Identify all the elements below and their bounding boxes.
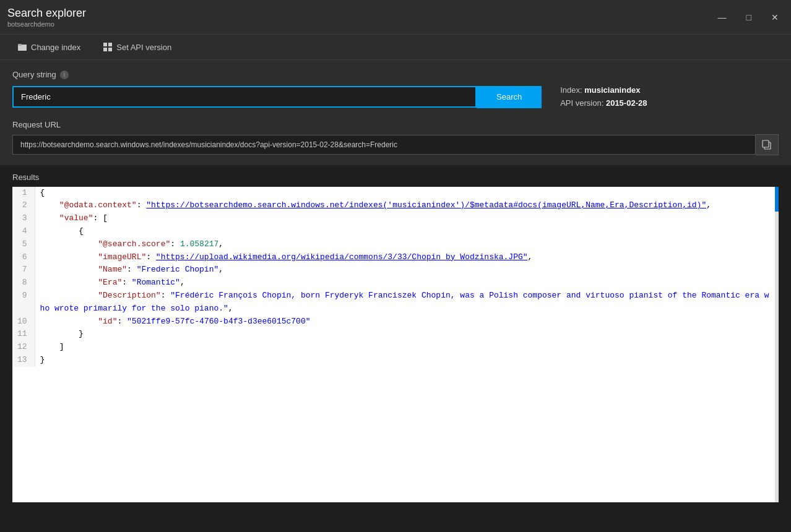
set-api-version-button[interactable]: Set API version [98,40,176,54]
line-number: 6 [12,251,35,264]
table-row: 10 "id": "5021ffe9-57fc-4760-b4f3-d3ee60… [12,315,779,328]
line-number: 8 [12,277,35,290]
api-version-line: API version: 2015-02-28 [560,97,647,110]
line-content: "id": "5021ffe9-57fc-4760-b4f3-d3ee6015c… [35,315,779,328]
json-url-link[interactable]: "https://upload.wikimedia.org/wikipedia/… [156,252,528,262]
line-number: 11 [12,328,35,341]
request-url-section: Request URL https://botsearchdemo.search… [12,120,779,155]
info-icon: i [60,71,69,79]
api-version-label: API version: [560,98,603,108]
line-content: "@search.score": 1.058217, [35,238,779,251]
index-value: musicianindex [584,85,640,95]
line-number: 10 [12,315,35,328]
line-content: ] [35,341,779,354]
svg-rect-1 [18,44,22,46]
url-row: https://botsearchdemo.search.windows.net… [12,134,779,155]
title-left: Search explorer botsearchdemo [7,7,86,28]
request-url-label: Request URL [12,120,61,129]
line-content: { [35,187,779,200]
scroll-thumb[interactable] [775,187,779,212]
line-number: 1 [12,187,35,200]
table-row: 11 } [12,328,779,341]
line-content: "Era": "Romantic", [35,277,779,290]
url-display: https://botsearchdemo.search.windows.net… [12,135,756,155]
line-content: "imageURL": "https://upload.wikimedia.or… [35,251,779,264]
query-string-label-row: Query string i [12,70,779,79]
table-row: 2 "@odata.context": "https://botsearchde… [12,199,779,212]
index-line: Index: musicianindex [560,84,647,97]
grid-icon [103,42,113,52]
app-title: Search explorer [7,7,86,20]
line-number: 4 [12,225,35,238]
svg-rect-2 [103,43,107,46]
svg-rect-4 [103,48,107,51]
results-section: Results 1{2 "@odata.context": "https://b… [0,165,791,502]
code-table: 1{2 "@odata.context": "https://botsearch… [12,187,779,367]
set-api-version-label: Set API version [116,43,171,52]
search-button[interactable]: Search [477,86,542,108]
query-string-label: Query string [12,70,56,79]
query-input[interactable] [12,86,477,108]
line-content: } [35,328,779,341]
table-row: 13} [12,354,779,367]
table-row: 12 ] [12,341,779,354]
index-label: Index: [560,85,582,95]
query-row: Search Index: musicianindex API version:… [12,84,779,110]
svg-rect-7 [763,140,769,147]
query-input-wrapper [12,86,477,108]
line-content: } [35,354,779,367]
code-viewer-wrapper: 1{2 "@odata.context": "https://botsearch… [12,187,779,502]
line-number: 13 [12,354,35,367]
title-bar: Search explorer botsearchdemo — □ ✕ [0,0,791,35]
table-row: 7 "Name": "Frederic Chopin", [12,264,779,277]
svg-rect-5 [108,48,112,51]
maximize-button[interactable]: □ [741,11,756,24]
api-version-value: 2015-02-28 [606,98,647,108]
line-content: { [35,225,779,238]
table-row: 5 "@search.score": 1.058217, [12,238,779,251]
line-number: 9 [12,290,35,315]
table-row: 1{ [12,187,779,200]
table-row: 4 { [12,225,779,238]
table-row: 8 "Era": "Romantic", [12,277,779,290]
line-content: "value": [ [35,212,779,225]
main-content: Query string i Search Index: musicianind… [0,60,791,165]
request-url-label-row: Request URL [12,120,779,129]
app-subtitle: botsearchdemo [7,20,86,28]
scrollbar[interactable] [775,187,779,502]
line-number: 2 [12,199,35,212]
table-row: 3 "value": [ [12,212,779,225]
toolbar: Change index Set API version [0,35,791,60]
line-content: "@odata.context": "https://botsearchdemo… [35,199,779,212]
table-row: 9 "Description": "Frédéric François Chop… [12,290,779,315]
svg-rect-3 [108,43,112,46]
line-number: 7 [12,264,35,277]
line-number: 5 [12,238,35,251]
line-content: "Name": "Frederic Chopin", [35,264,779,277]
index-info: Index: musicianindex API version: 2015-0… [560,84,647,110]
json-url-link[interactable]: "https://botsearchdemo.search.windows.ne… [146,200,706,210]
line-number: 3 [12,212,35,225]
line-number: 12 [12,341,35,354]
table-row: 6 "imageURL": "https://upload.wikimedia.… [12,251,779,264]
folder-icon [17,42,27,52]
code-viewer[interactable]: 1{2 "@odata.context": "https://botsearch… [12,187,779,502]
change-index-label: Change index [31,43,80,52]
line-content: "Description": "Frédéric François Chopin… [35,290,779,315]
results-label: Results [12,173,779,182]
window-controls: — □ ✕ [713,11,784,24]
minimize-button[interactable]: — [713,11,732,24]
copy-icon [762,140,772,150]
copy-url-button[interactable] [756,134,779,155]
change-index-button[interactable]: Change index [12,40,85,54]
close-button[interactable]: ✕ [766,11,784,24]
